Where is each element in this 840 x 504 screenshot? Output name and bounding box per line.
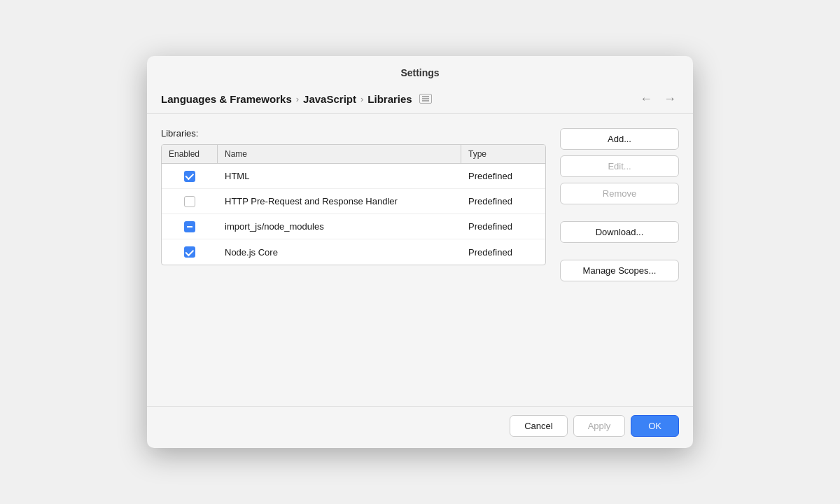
nav-forward-button[interactable]: → xyxy=(661,91,679,106)
left-panel: Libraries: Enabled Name Type HTML Predef… xyxy=(161,128,546,395)
apply-button[interactable]: Apply xyxy=(573,415,626,437)
breadcrumb-javascript[interactable]: JavaScript xyxy=(303,93,356,105)
table-row: Node.js Core Predefined xyxy=(162,239,545,265)
manage-scopes-button[interactable]: Manage Scopes... xyxy=(560,260,679,281)
checkbox-nodejs[interactable] xyxy=(184,246,195,258)
row-http-type: Predefined xyxy=(461,192,545,211)
edit-button[interactable]: Edit... xyxy=(560,155,679,177)
download-button[interactable]: Download... xyxy=(560,221,679,243)
row-import-checkbox-cell xyxy=(162,217,218,237)
row-nodejs-type: Predefined xyxy=(461,243,545,262)
remove-button[interactable]: Remove xyxy=(560,183,679,204)
checkbox-html[interactable] xyxy=(184,171,195,182)
row-nodejs-name: Node.js Core xyxy=(218,243,461,262)
col-header-name: Name xyxy=(218,145,461,163)
libraries-table: Enabled Name Type HTML Predefined xyxy=(161,144,546,265)
breadcrumb-sep-2: › xyxy=(360,94,363,104)
col-header-type: Type xyxy=(461,145,545,163)
cancel-button[interactable]: Cancel xyxy=(510,415,567,437)
nav-back-button[interactable]: ← xyxy=(637,91,655,106)
col-header-enabled: Enabled xyxy=(162,145,218,163)
right-panel: Add... Edit... Remove Download... Manage… xyxy=(560,128,679,395)
table-row: HTML Predefined xyxy=(162,164,545,189)
ok-button[interactable]: OK xyxy=(631,415,679,437)
row-http-checkbox-cell xyxy=(162,192,218,211)
breadcrumb: Languages & Frameworks › JavaScript › Li… xyxy=(147,84,693,114)
table-row: import_js/node_modules Predefined xyxy=(162,214,545,239)
dialog-title: Settings xyxy=(147,56,693,84)
settings-dialog: Settings Languages & Frameworks › JavaSc… xyxy=(147,56,693,448)
row-import-name: import_js/node_modules xyxy=(218,217,461,236)
row-html-name: HTML xyxy=(218,167,461,186)
row-import-type: Predefined xyxy=(461,217,545,236)
breadcrumb-sep-1: › xyxy=(296,94,299,104)
row-http-name: HTTP Pre-Request and Response Handler xyxy=(218,192,461,211)
checkbox-import[interactable] xyxy=(184,221,195,232)
checkbox-http[interactable] xyxy=(184,196,195,207)
row-nodejs-checkbox-cell xyxy=(162,242,218,262)
breadcrumb-languages[interactable]: Languages & Frameworks xyxy=(161,93,292,105)
row-html-type: Predefined xyxy=(461,167,545,186)
table-row: HTTP Pre-Request and Response Handler Pr… xyxy=(162,189,545,214)
table-header: Enabled Name Type xyxy=(162,145,545,164)
add-button[interactable]: Add... xyxy=(560,128,679,150)
breadcrumb-libraries[interactable]: Libraries xyxy=(368,93,412,105)
dialog-footer: Cancel Apply OK xyxy=(147,406,693,448)
content-area: Libraries: Enabled Name Type HTML Predef… xyxy=(147,114,693,406)
row-html-checkbox-cell xyxy=(162,167,218,186)
breadcrumb-menu-icon[interactable] xyxy=(419,94,432,104)
section-label: Libraries: xyxy=(161,128,546,139)
nav-arrows: ← → xyxy=(637,91,679,106)
